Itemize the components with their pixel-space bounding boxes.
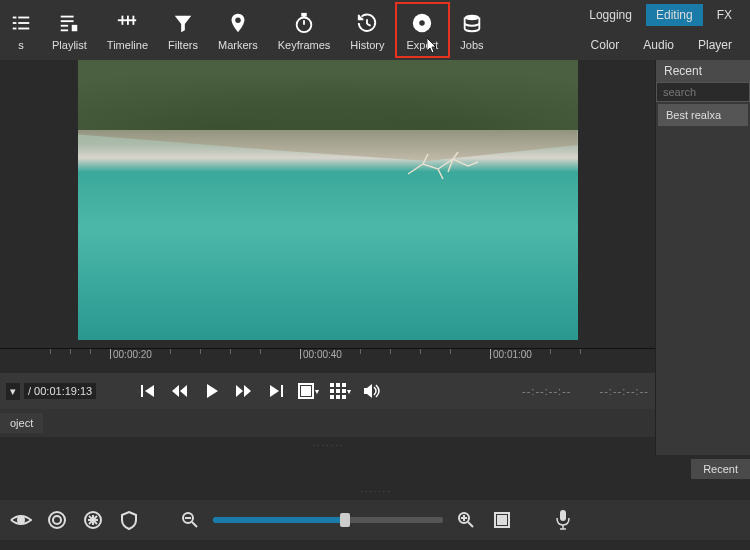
svg-rect-55 [560, 510, 566, 521]
skip-start-button[interactable] [134, 377, 162, 405]
funnel-icon [172, 9, 194, 37]
in-point-display: --:--:--:-- [522, 385, 571, 397]
svg-rect-0 [13, 17, 17, 19]
out-point-display: --:--:--:-- [600, 385, 649, 397]
svg-rect-1 [18, 17, 29, 19]
svg-point-38 [18, 517, 24, 523]
fullscreen-icon[interactable] [489, 507, 515, 533]
frame-indicator[interactable]: ▾ [6, 383, 20, 400]
top-toolbar: s Playlist Timeline Filters Markers Keyf… [0, 0, 750, 60]
marker-icon [227, 9, 249, 37]
main-toolbar: s Playlist Timeline Filters Markers Keyf… [0, 0, 494, 60]
stopwatch-icon [293, 9, 315, 37]
svg-rect-7 [61, 20, 74, 22]
svg-line-21 [367, 24, 371, 26]
svg-rect-31 [342, 383, 346, 387]
drag-handle[interactable]: · · · · · · · [0, 437, 655, 454]
svg-rect-35 [330, 395, 334, 399]
svg-rect-18 [302, 14, 306, 16]
footer-row: Recent [0, 455, 750, 483]
main-area: 00:00:20 00:00:40 00:01:00 ▾ / 00:01:19:… [0, 60, 750, 455]
svg-rect-5 [18, 28, 29, 30]
svg-rect-30 [336, 383, 340, 387]
filters-button[interactable]: Filters [158, 2, 208, 58]
list-icon [10, 9, 32, 37]
play-button[interactable] [198, 377, 226, 405]
zoom-in-icon[interactable] [453, 507, 479, 533]
tab-audio[interactable]: Audio [633, 34, 684, 56]
tab-logging[interactable]: Logging [579, 4, 642, 26]
svg-rect-54 [498, 516, 506, 524]
svg-rect-33 [336, 389, 340, 393]
markers-button[interactable]: Markers [208, 2, 268, 58]
video-preview[interactable] [78, 60, 578, 340]
playlist-icon [58, 9, 80, 37]
svg-rect-28 [302, 387, 310, 395]
svg-rect-9 [61, 29, 68, 31]
recent-button[interactable]: Recent [691, 459, 750, 479]
svg-point-39 [49, 512, 65, 528]
svg-rect-6 [61, 16, 74, 18]
bottom-toolbar [0, 500, 750, 540]
grid-button[interactable]: ▾ [326, 377, 354, 405]
drag-handle-2[interactable]: · · · · · · · [0, 483, 750, 500]
svg-rect-13 [127, 16, 129, 25]
project-row: oject [0, 409, 655, 437]
volume-button[interactable] [358, 377, 386, 405]
mode-tabs: Logging Editing FX Color Audio Player [571, 0, 750, 60]
tab-fx[interactable]: FX [707, 4, 742, 26]
recent-item[interactable]: Best realxa [658, 104, 748, 126]
time-ruler[interactable]: 00:00:20 00:00:40 00:01:00 [0, 348, 655, 373]
svg-rect-29 [330, 383, 334, 387]
svg-rect-3 [18, 22, 29, 24]
svg-point-24 [465, 15, 480, 21]
recent-panel: Recent Best realxa [655, 60, 750, 455]
forward-button[interactable] [230, 377, 258, 405]
history-icon [356, 9, 378, 37]
jobs-button[interactable]: Jobs [450, 2, 493, 58]
zoom-thumb[interactable] [340, 513, 350, 527]
svg-point-15 [235, 18, 241, 24]
cursor-icon [427, 38, 441, 54]
svg-rect-14 [133, 16, 135, 25]
svg-rect-26 [281, 385, 283, 397]
project-tab[interactable]: oject [0, 413, 43, 433]
svg-rect-37 [342, 395, 346, 399]
keyframes-button[interactable]: Keyframes [268, 2, 341, 58]
tab-editing[interactable]: Editing [646, 4, 703, 26]
svg-line-50 [468, 522, 473, 527]
tab-color[interactable]: Color [581, 34, 630, 56]
svg-rect-8 [61, 25, 68, 27]
microphone-icon[interactable] [550, 507, 576, 533]
timeline-button[interactable]: Timeline [97, 2, 158, 58]
shield-icon[interactable] [116, 507, 142, 533]
svg-rect-2 [13, 22, 17, 24]
svg-rect-12 [122, 16, 124, 25]
recent-panel-header: Recent [656, 60, 750, 82]
visibility-icon[interactable] [8, 507, 34, 533]
svg-rect-4 [13, 28, 17, 30]
svg-rect-34 [342, 389, 346, 393]
stack-icon [461, 9, 483, 37]
playlist-button[interactable]: Playlist [42, 2, 97, 58]
zoom-slider[interactable] [213, 517, 443, 523]
svg-rect-10 [72, 25, 78, 31]
tab-player[interactable]: Player [688, 34, 742, 56]
history-button[interactable]: History [340, 2, 394, 58]
export-button[interactable]: Export [395, 2, 451, 58]
zoom-out-icon[interactable] [177, 507, 203, 533]
svg-rect-32 [330, 389, 334, 393]
recent-search-input[interactable] [656, 82, 750, 102]
asterisk-icon[interactable] [80, 507, 106, 533]
zoom-fit-button[interactable]: ▾ [294, 377, 322, 405]
disc-icon [411, 9, 433, 37]
rewind-button[interactable] [166, 377, 194, 405]
target-icon[interactable] [44, 507, 70, 533]
toolbar-s-button[interactable]: s [0, 2, 42, 58]
transport-controls: ▾ / 00:01:19:13 ▾ ▾ --:--:--:-- --:--:--… [0, 373, 655, 409]
skip-end-button[interactable] [262, 377, 290, 405]
center-panel: 00:00:20 00:00:40 00:01:00 ▾ / 00:01:19:… [0, 60, 655, 455]
svg-rect-36 [336, 395, 340, 399]
svg-line-47 [192, 522, 197, 527]
svg-rect-25 [141, 385, 143, 397]
